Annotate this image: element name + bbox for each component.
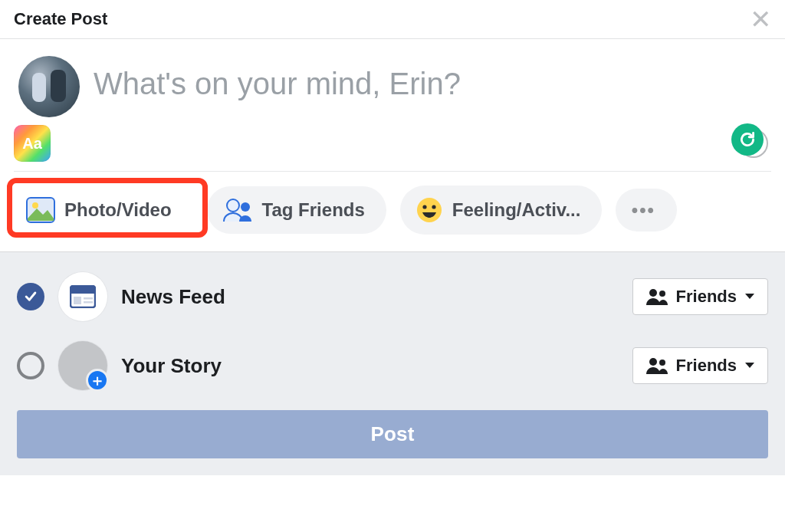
dialog-title: Create Post [14,9,107,29]
svg-rect-12 [74,297,81,304]
more-options-label: ••• [632,199,655,221]
post-text-input[interactable] [94,56,767,101]
background-color-button[interactable]: Aa [14,125,51,162]
photo-video-button[interactable]: Photo/Video [11,186,193,234]
post-button[interactable]: Post [17,410,768,458]
tag-friends-button[interactable]: Tag Friends [207,186,386,234]
svg-point-4 [32,202,38,209]
grammarly-icon[interactable] [731,123,764,156]
your-story-label: Your Story [121,354,222,378]
feeling-activity-button[interactable]: Feeling/Activ... [400,186,603,235]
close-icon[interactable]: ✕ [750,6,771,32]
friends-icon [645,357,668,374]
news-feed-radio[interactable] [17,283,44,310]
user-avatar[interactable] [18,56,80,117]
svg-rect-13 [84,297,93,300]
svg-rect-14 [84,301,93,304]
tag-friends-icon [222,197,253,223]
svg-point-17 [649,358,657,366]
feeling-activity-label: Feeling/Activ... [452,199,581,221]
svg-point-6 [241,202,250,212]
caret-down-icon [744,362,755,369]
news-feed-privacy-label: Friends [676,287,737,307]
add-story-icon: ＋ [86,369,109,392]
photo-icon [26,197,55,223]
your-story-privacy-label: Friends [676,356,737,376]
svg-point-15 [649,289,657,297]
background-color-label: Aa [22,135,42,153]
photo-video-label: Photo/Video [64,199,172,221]
news-feed-privacy-button[interactable]: Friends [632,278,768,315]
svg-point-9 [432,205,435,209]
more-options-button[interactable]: ••• [616,189,677,232]
svg-point-7 [417,198,442,222]
your-story-avatar[interactable]: ＋ [58,341,107,390]
news-feed-icon [58,272,107,321]
news-feed-label: News Feed [121,285,225,309]
your-story-privacy-button[interactable]: Friends [632,347,768,384]
tag-friends-label: Tag Friends [262,199,365,221]
caret-down-icon [744,293,755,300]
svg-point-16 [659,291,665,297]
your-story-radio[interactable] [17,352,44,379]
feeling-icon [415,196,443,224]
svg-point-8 [422,205,426,209]
friends-icon [645,288,668,305]
svg-point-5 [227,199,239,212]
svg-point-18 [659,360,665,366]
svg-rect-11 [71,286,95,294]
